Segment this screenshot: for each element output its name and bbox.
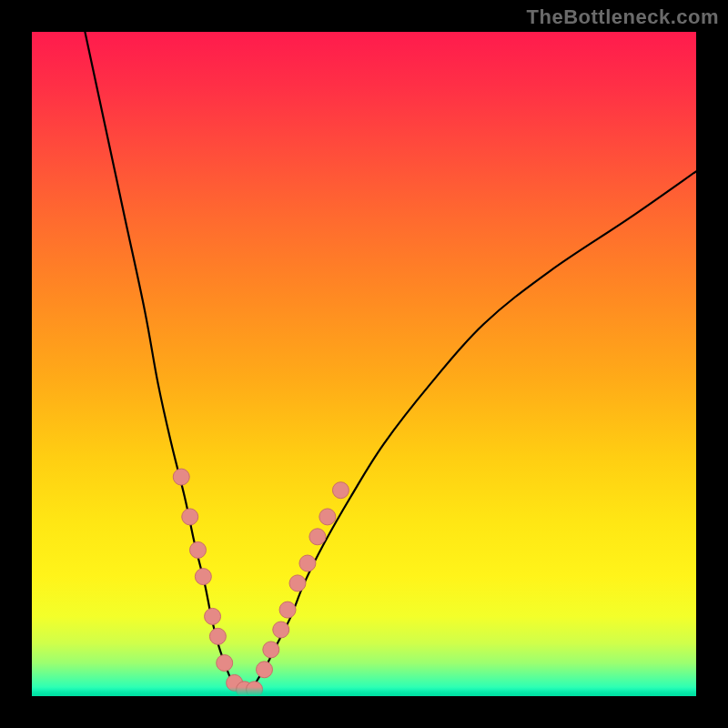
data-marker (195, 569, 211, 585)
marker-group (173, 469, 349, 696)
data-marker (257, 662, 273, 678)
data-marker (182, 509, 198, 525)
data-marker (289, 575, 306, 592)
data-marker (173, 469, 189, 485)
chart-frame: TheBottleneck.com (0, 0, 728, 728)
data-marker (279, 602, 296, 618)
data-marker (190, 541, 207, 558)
data-marker (332, 482, 349, 499)
data-marker (319, 509, 336, 525)
chart-svg (32, 32, 696, 696)
gradient-baseline (32, 687, 696, 696)
data-marker (273, 622, 289, 638)
data-marker (299, 555, 316, 571)
data-marker (209, 628, 226, 644)
data-marker (309, 529, 326, 545)
data-marker (205, 608, 221, 624)
plot-area (32, 32, 696, 696)
curve-right-arm (251, 171, 696, 689)
watermark-text: TheBottleneck.com (527, 5, 719, 29)
curve-left-arm (85, 32, 238, 690)
data-marker (263, 642, 279, 658)
data-marker (217, 655, 233, 672)
